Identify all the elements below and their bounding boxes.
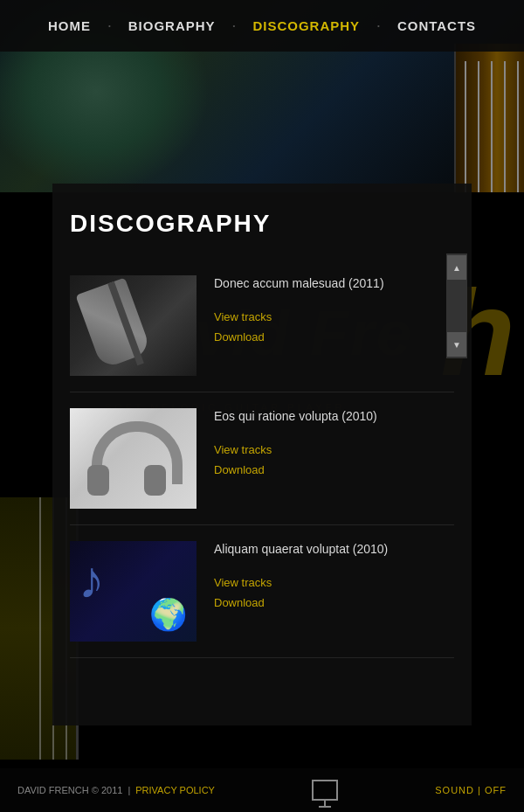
album-thumb-3 bbox=[70, 541, 196, 642]
view-tracks-link-3[interactable]: View tracks bbox=[214, 576, 454, 589]
download-link-3[interactable]: Download bbox=[214, 596, 454, 609]
sound-state[interactable]: OFF bbox=[485, 785, 507, 795]
nav-discography[interactable]: DISCOGRAPHY bbox=[235, 18, 377, 33]
album-list: Donec accum malesuad (2011) View tracks … bbox=[70, 260, 454, 658]
album-title-1: Donec accum malesuad (2011) bbox=[214, 275, 454, 293]
album-title-2: Eos qui ratione volupta (2010) bbox=[214, 408, 454, 426]
footer-separator: | bbox=[128, 785, 130, 795]
download-link-2[interactable]: Download bbox=[214, 463, 454, 476]
album-title-3: Aliquam quaerat voluptat (2010) bbox=[214, 541, 454, 559]
album-info-3: Aliquam quaerat voluptat (2010) View tra… bbox=[214, 541, 454, 616]
view-tracks-link-1[interactable]: View tracks bbox=[214, 310, 454, 323]
album-item: Aliquam quaerat voluptat (2010) View tra… bbox=[70, 525, 454, 658]
footer-left: DAVID FRENCH © 2011 | PRIVACY POLICY bbox=[17, 785, 215, 795]
copyright-text: DAVID FRENCH © 2011 bbox=[17, 785, 122, 795]
sound-label: SOUND | bbox=[435, 785, 481, 795]
monitor-icon bbox=[312, 780, 338, 801]
nav-home[interactable]: HOME bbox=[31, 18, 108, 33]
content-panel: DISCOGRAPHY ▲ ▼ Donec accum malesuad (20… bbox=[52, 184, 472, 725]
download-link-1[interactable]: Download bbox=[214, 330, 454, 344]
album-item: Eos qui ratione volupta (2010) View trac… bbox=[70, 392, 454, 525]
album-image-2 bbox=[70, 408, 196, 509]
nav-contacts[interactable]: CONTACTS bbox=[380, 18, 493, 33]
footer: DAVID FRENCH © 2011 | PRIVACY POLICY SOU… bbox=[0, 768, 524, 812]
nav-biography[interactable]: BIOGRAPHY bbox=[111, 18, 233, 33]
footer-right: SOUND | OFF bbox=[435, 785, 507, 795]
album-thumb-1 bbox=[70, 275, 196, 376]
album-info-1: Donec accum malesuad (2011) View tracks … bbox=[214, 275, 454, 350]
footer-center bbox=[312, 780, 338, 801]
guitar-decoration-right bbox=[454, 44, 524, 192]
album-thumb-2 bbox=[70, 408, 196, 509]
privacy-policy-link[interactable]: PRIVACY POLICY bbox=[135, 785, 215, 795]
album-image-3 bbox=[70, 541, 196, 642]
main-nav: HOME • BIOGRAPHY • DISCOGRAPHY • CONTACT… bbox=[0, 0, 524, 52]
album-image-1 bbox=[70, 275, 196, 376]
view-tracks-link-2[interactable]: View tracks bbox=[214, 443, 454, 456]
page-title: DISCOGRAPHY bbox=[70, 210, 454, 238]
album-item: Donec accum malesuad (2011) View tracks … bbox=[70, 260, 454, 392]
album-info-2: Eos qui ratione volupta (2010) View trac… bbox=[214, 408, 454, 483]
